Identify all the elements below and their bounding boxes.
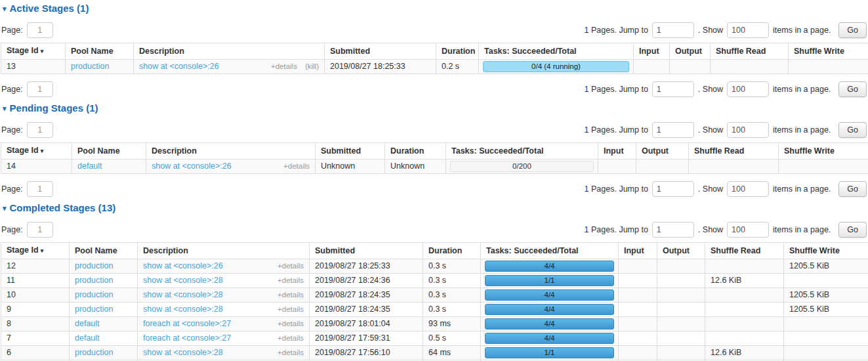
tasks-progress-label: 4/4	[545, 291, 555, 299]
items-per-page-text: items in a page.	[773, 26, 831, 35]
pages-count-text: 1 Pages. Jump to	[585, 26, 648, 35]
col-header-shuffle-write[interactable]: Shuffle Write	[779, 143, 868, 159]
col-header-tasks[interactable]: Tasks: Succeeded/Total	[446, 143, 598, 159]
description-link[interactable]: show at <console>:28	[143, 305, 223, 314]
col-header-tasks[interactable]: Tasks: Succeeded/Total	[479, 43, 634, 60]
go-button[interactable]: Go	[838, 222, 867, 238]
show-items-input[interactable]	[727, 81, 769, 97]
description-link[interactable]: show at <console>:26	[139, 62, 219, 72]
col-header-duration[interactable]: Duration	[436, 43, 479, 60]
jump-to-page-input[interactable]	[652, 22, 694, 38]
col-header-input[interactable]: Input	[634, 43, 670, 60]
jump-to-page-input[interactable]	[652, 222, 694, 238]
page-label: Page:	[1, 225, 23, 234]
show-items-input[interactable]	[727, 122, 769, 138]
col-header-output[interactable]: Output	[670, 43, 711, 60]
col-header-pool-name[interactable]: Pool Name	[66, 43, 134, 60]
go-button[interactable]: Go	[838, 81, 867, 97]
pool-name-link[interactable]: production	[75, 276, 113, 285]
section-active-stages: ▾ Active Stages (1) Page: 1 Pages. Jump …	[1, 2, 867, 98]
table-row: 7 default foreach at <console>:27 +detai…	[1, 331, 868, 346]
details-toggle[interactable]: +details	[271, 62, 297, 72]
pool-name-cell: default	[72, 159, 146, 174]
col-header-input[interactable]: Input	[619, 243, 657, 259]
details-toggle[interactable]: +details	[278, 276, 304, 286]
page-number-input[interactable]	[27, 81, 53, 97]
page-number-input[interactable]	[27, 122, 53, 138]
col-header-shuffle-read[interactable]: Shuffle Read	[705, 243, 784, 259]
show-items-input[interactable]	[727, 22, 769, 38]
tasks-cell: 0/4 (4 running)	[479, 60, 634, 74]
items-per-page-text: items in a page.	[773, 225, 831, 234]
col-header-description[interactable]: Description	[138, 243, 310, 259]
show-items-input[interactable]	[727, 181, 769, 197]
pool-name-link[interactable]: default	[75, 333, 100, 343]
details-toggle[interactable]: +details	[278, 261, 304, 271]
pool-name-link[interactable]: default	[75, 319, 100, 328]
col-header-stage-id[interactable]: Stage Id▾	[1, 43, 66, 60]
col-header-stage-id[interactable]: Stage Id▾	[1, 143, 72, 159]
tasks-progress-bar: 4/4	[485, 261, 614, 272]
description-link[interactable]: show at <console>:26	[143, 261, 223, 271]
pool-name-link[interactable]: default	[77, 161, 102, 171]
tasks-progress-label: 4/4	[545, 320, 555, 328]
page-number-input[interactable]	[27, 181, 53, 197]
description-link[interactable]: show at <console>:28	[143, 276, 223, 286]
details-toggle[interactable]: +details	[278, 290, 304, 300]
details-toggle[interactable]: +details	[278, 348, 304, 358]
pool-name-cell: production	[70, 346, 138, 360]
tasks-progress-label: 0/200	[512, 162, 531, 170]
details-toggle[interactable]: +details	[278, 333, 304, 343]
col-header-duration[interactable]: Duration	[385, 143, 446, 159]
col-header-pool-name[interactable]: Pool Name	[70, 243, 138, 259]
col-header-shuffle-read[interactable]: Shuffle Read	[689, 143, 779, 159]
pool-name-link[interactable]: production	[75, 305, 113, 314]
description-link[interactable]: show at <console>:28	[143, 290, 223, 300]
col-header-pool-name[interactable]: Pool Name	[72, 143, 146, 159]
description-cell: show at <console>:26 +details	[146, 159, 316, 174]
description-link[interactable]: foreach at <console>:27	[143, 333, 231, 343]
col-header-tasks[interactable]: Tasks: Succeeded/Total	[481, 243, 619, 259]
col-header-description[interactable]: Description	[134, 43, 325, 60]
col-header-duration[interactable]: Duration	[423, 243, 481, 259]
kill-link[interactable]: (kill)	[305, 62, 319, 72]
description-link[interactable]: show at <console>:26	[152, 161, 232, 171]
col-header-submitted[interactable]: Submitted	[325, 43, 436, 60]
col-header-submitted[interactable]: Submitted	[310, 243, 423, 259]
duration-cell: 0.3 s	[423, 274, 481, 288]
details-toggle[interactable]: +details	[278, 319, 304, 329]
completed-stages-header[interactable]: ▾ Completed Stages (13)	[3, 202, 867, 215]
description-cell: foreach at <console>:27 +details	[138, 317, 310, 331]
output-cell	[636, 159, 689, 174]
col-header-shuffle-read[interactable]: Shuffle Read	[711, 43, 789, 60]
col-header-output[interactable]: Output	[636, 143, 689, 159]
page-number-input[interactable]	[27, 22, 53, 38]
col-header-submitted[interactable]: Submitted	[316, 143, 385, 159]
details-toggle[interactable]: +details	[283, 161, 310, 171]
go-button[interactable]: Go	[838, 22, 867, 38]
pool-name-link[interactable]: production	[75, 290, 113, 299]
col-header-shuffle-write[interactable]: Shuffle Write	[784, 243, 868, 259]
pool-name-link[interactable]: production	[75, 348, 113, 357]
active-stages-header[interactable]: ▾ Active Stages (1)	[3, 2, 867, 15]
col-header-output[interactable]: Output	[657, 243, 705, 259]
col-header-shuffle-write[interactable]: Shuffle Write	[789, 43, 868, 60]
go-button[interactable]: Go	[838, 122, 867, 138]
page-number-input[interactable]	[27, 222, 53, 238]
pool-name-link[interactable]: production	[71, 62, 109, 71]
tasks-progress-bar: 4/4	[485, 333, 614, 344]
col-header-stage-id[interactable]: Stage Id▾	[1, 243, 70, 259]
show-items-input[interactable]	[727, 222, 769, 238]
description-link[interactable]: show at <console>:28	[143, 348, 223, 358]
jump-to-page-input[interactable]	[652, 122, 694, 138]
description-link[interactable]: foreach at <console>:27	[143, 319, 231, 329]
jump-to-page-input[interactable]	[652, 81, 694, 97]
duration-cell: 0.3 s	[423, 303, 481, 317]
col-header-input[interactable]: Input	[598, 143, 636, 159]
pending-stages-header[interactable]: ▾ Pending Stages (1)	[3, 102, 867, 115]
go-button[interactable]: Go	[838, 181, 867, 197]
details-toggle[interactable]: +details	[278, 305, 304, 314]
col-header-description[interactable]: Description	[146, 143, 316, 159]
pool-name-link[interactable]: production	[75, 261, 113, 270]
jump-to-page-input[interactable]	[652, 181, 694, 197]
